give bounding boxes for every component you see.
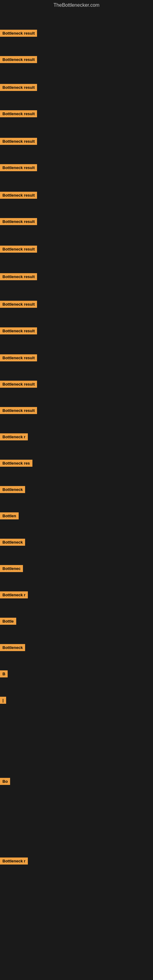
list-item[interactable]: Bottleneck res [0, 460, 32, 468]
list-item[interactable]: Bottle [0, 618, 16, 626]
list-item[interactable]: Bottleneck result [0, 110, 37, 119]
bottleneck-badge: Bottleneck res [0, 460, 32, 467]
bottleneck-badge: Bottleneck result [0, 84, 37, 91]
bottleneck-badge: B [0, 670, 8, 678]
bottleneck-badge: Bottleneck result [0, 218, 37, 225]
bottleneck-badge: Bo [0, 778, 10, 785]
list-item[interactable]: Bottleneck result [0, 164, 37, 172]
bottleneck-badge: Bottleneck result [0, 246, 37, 253]
list-item[interactable]: | [0, 697, 6, 705]
list-item[interactable]: Bottleneck result [0, 301, 37, 309]
bottleneck-badge: Bottleneck result [0, 301, 37, 308]
bottleneck-badge: Bottleneck result [0, 56, 37, 63]
bottleneck-badge: Bottleneck result [0, 407, 37, 414]
list-item[interactable]: Bottleneck [0, 486, 25, 494]
bottleneck-badge: Bottlen [0, 512, 19, 519]
bottleneck-badge: Bottleneck result [0, 138, 37, 145]
list-item[interactable]: Bottleneck [0, 644, 25, 652]
list-item[interactable]: B [0, 670, 8, 679]
bottleneck-badge: Bottleneck r [0, 433, 28, 441]
bottleneck-badge: Bottleneck result [0, 381, 37, 388]
list-item[interactable]: Bottlenec [0, 565, 23, 573]
bottleneck-badge: Bottleneck result [0, 110, 37, 117]
bottleneck-badge: Bottle [0, 618, 16, 625]
bottleneck-badge: | [0, 697, 6, 704]
bottleneck-badge: Bottleneck result [0, 164, 37, 171]
list-item[interactable]: Bottleneck result [0, 246, 37, 254]
bottleneck-badge: Bottleneck result [0, 273, 37, 280]
list-item[interactable]: Bottleneck result [0, 56, 37, 64]
bottleneck-badge: Bottleneck [0, 644, 25, 651]
site-title: TheBottlenecker.com [0, 0, 153, 9]
list-item[interactable]: Bottleneck result [0, 273, 37, 282]
list-item[interactable]: Bottleneck result [0, 218, 37, 226]
bottleneck-badge: Bottleneck result [0, 192, 37, 199]
list-item[interactable]: Bottleneck result [0, 138, 37, 146]
bottleneck-badge: Bottleneck result [0, 30, 37, 37]
list-item[interactable]: Bottleneck result [0, 354, 37, 363]
list-item[interactable]: Bo [0, 778, 10, 786]
list-item[interactable]: Bottleneck result [0, 407, 37, 415]
list-item[interactable]: Bottleneck result [0, 381, 37, 389]
list-item[interactable]: Bottleneck r [0, 858, 28, 866]
list-item[interactable]: Bottleneck result [0, 30, 37, 38]
list-item[interactable]: Bottleneck [0, 539, 25, 547]
list-item[interactable]: Bottleneck r [0, 591, 28, 600]
bottleneck-badge: Bottleneck result [0, 354, 37, 361]
list-item[interactable]: Bottleneck result [0, 192, 37, 200]
list-item[interactable]: Bottlen [0, 512, 19, 520]
bottleneck-badge: Bottleneck r [0, 591, 28, 598]
list-item[interactable]: Bottleneck result [0, 84, 37, 92]
list-item[interactable]: Bottleneck result [0, 328, 37, 336]
bottleneck-badge: Bottleneck [0, 486, 25, 493]
bottleneck-badge: Bottlenec [0, 565, 23, 572]
bottleneck-badge: Bottleneck r [0, 858, 28, 865]
list-item[interactable]: Bottleneck r [0, 433, 28, 442]
bottleneck-badge: Bottleneck result [0, 328, 37, 334]
bottleneck-badge: Bottleneck [0, 539, 25, 546]
